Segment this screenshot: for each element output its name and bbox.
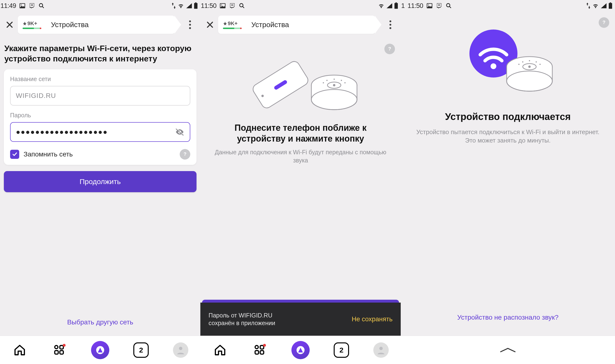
svg-text:?: ? — [184, 151, 186, 157]
help-button[interactable]: ? — [180, 149, 190, 160]
remember-checkbox[interactable] — [10, 150, 19, 159]
bottom-nav — [401, 336, 615, 364]
updown-icon — [586, 3, 590, 9]
question-icon: ? — [601, 20, 607, 26]
check-icon — [12, 151, 17, 157]
continue-label: Продолжить — [80, 178, 121, 186]
search-icon — [239, 2, 245, 9]
star-icon — [23, 21, 27, 26]
home-icon — [14, 344, 26, 356]
password-value: ●●●●●●●●●●●●●●●●●●● — [16, 128, 175, 136]
screen-bring-closer: 11:50 9K+ Устройства — [200, 0, 401, 364]
nav-alice[interactable] — [91, 341, 109, 359]
network-input[interactable]: WIFIGID.RU — [10, 86, 190, 105]
nav-home[interactable] — [212, 342, 228, 358]
status-time: 11:49 — [0, 2, 16, 10]
toast-action-button[interactable]: Не сохранять — [352, 315, 393, 323]
svg-point-60 — [519, 64, 520, 65]
phone-station-illustration — [238, 58, 363, 115]
nav-alice[interactable] — [291, 341, 310, 359]
bottom-nav: 2 — [200, 336, 401, 364]
nav-home[interactable] — [12, 342, 27, 358]
illustration — [204, 43, 397, 122]
svg-rect-13 — [55, 351, 58, 354]
menu-dots-button[interactable] — [184, 19, 196, 31]
title-bar: 9K+ Устройства — [200, 12, 401, 38]
tab[interactable]: 9K+ Устройства — [218, 16, 375, 34]
close-button[interactable] — [4, 19, 15, 30]
not-recognized-link[interactable]: Устройство не распознало звук? — [457, 314, 558, 321]
svg-point-55 — [491, 63, 496, 69]
notification-dot — [263, 344, 266, 347]
toggle-visibility-button[interactable] — [175, 127, 185, 137]
wifi-icon — [378, 3, 385, 9]
svg-rect-42 — [255, 351, 259, 354]
remember-label: Запомнить сеть — [24, 150, 175, 158]
close-button[interactable] — [205, 19, 215, 30]
content: ? Подн — [200, 38, 401, 336]
nav-services[interactable] — [252, 342, 267, 358]
menu-dots-button[interactable] — [384, 19, 396, 31]
help-button[interactable]: ? — [384, 44, 395, 54]
svg-rect-51 — [610, 2, 611, 3]
rating-value: 9K+ — [27, 20, 37, 27]
rating-value: 9K+ — [228, 20, 238, 27]
rating-bar — [23, 27, 41, 29]
screen-wifi-params: 11:49 9K+ Устройства — [0, 0, 200, 364]
toast-top-edge — [202, 300, 399, 303]
bottom-nav: 2 — [0, 336, 200, 364]
tabs-count: 2 — [133, 342, 149, 358]
svg-rect-43 — [260, 351, 264, 354]
svg-point-26 — [389, 27, 391, 29]
password-input[interactable]: ●●●●●●●●●●●●●●●●●●● — [10, 122, 190, 142]
help-button[interactable]: ? — [599, 17, 609, 28]
illustration — [404, 19, 612, 103]
svg-rect-52 — [609, 3, 612, 9]
choose-other-network-link[interactable]: Выбрать другую сеть — [67, 318, 133, 326]
status-bar: 11:49 — [0, 0, 200, 12]
wifi-station-illustration — [455, 26, 561, 98]
status-time-prefix: 1 — [401, 2, 405, 10]
rating-bar — [223, 27, 242, 29]
nav-profile[interactable] — [373, 342, 389, 358]
alt-link-row: Устройство не распознало звук? — [404, 314, 612, 336]
svg-point-18 — [221, 5, 222, 5]
status-time: 11:50 — [201, 2, 217, 10]
tab-rating: 9K+ — [23, 20, 41, 29]
svg-rect-22 — [396, 2, 397, 3]
nav-tabs[interactable]: 2 — [133, 342, 149, 358]
svg-point-34 — [333, 84, 335, 86]
svg-point-45 — [379, 347, 383, 350]
wifi-icon — [177, 3, 185, 9]
nav-profile[interactable] — [173, 342, 188, 358]
svg-rect-49 — [438, 4, 439, 6]
page-heading: Укажите параметры Wi-Fi-сети, через кото… — [3, 43, 197, 69]
continue-button[interactable]: Продолжить — [4, 171, 196, 192]
remember-row: Запомнить сеть ? — [10, 149, 190, 160]
tab[interactable]: 9K+ Устройства — [18, 16, 175, 34]
image-icon — [19, 2, 26, 9]
svg-point-1 — [21, 5, 22, 5]
wifi-form-card: Название сети WIFIGID.RU Пароль ●●●●●●●●… — [4, 69, 196, 165]
svg-rect-19 — [232, 4, 233, 6]
status-bar: 1 11:50 — [401, 0, 615, 12]
page-subtitle: Данные для подключения к Wi-Fi будут пер… — [204, 144, 397, 165]
svg-point-38 — [341, 80, 342, 81]
twitch-icon — [229, 2, 236, 9]
svg-point-37 — [327, 80, 328, 81]
nav-tabs[interactable]: 2 — [334, 342, 349, 358]
svg-rect-5 — [195, 2, 196, 3]
collapse-handle-icon[interactable] — [498, 347, 518, 354]
nav-services[interactable] — [52, 342, 67, 358]
alice-icon — [95, 345, 105, 355]
tab-rating: 9K+ — [223, 20, 242, 29]
svg-rect-48 — [439, 4, 440, 6]
battery-icon — [608, 2, 613, 9]
image-icon — [219, 2, 226, 9]
svg-point-16 — [179, 347, 182, 350]
svg-rect-20 — [232, 4, 232, 6]
battery-icon — [394, 2, 398, 9]
svg-text:?: ? — [602, 20, 605, 25]
title-bar: 9K+ Устройства — [0, 12, 200, 38]
svg-rect-3 — [31, 4, 32, 6]
